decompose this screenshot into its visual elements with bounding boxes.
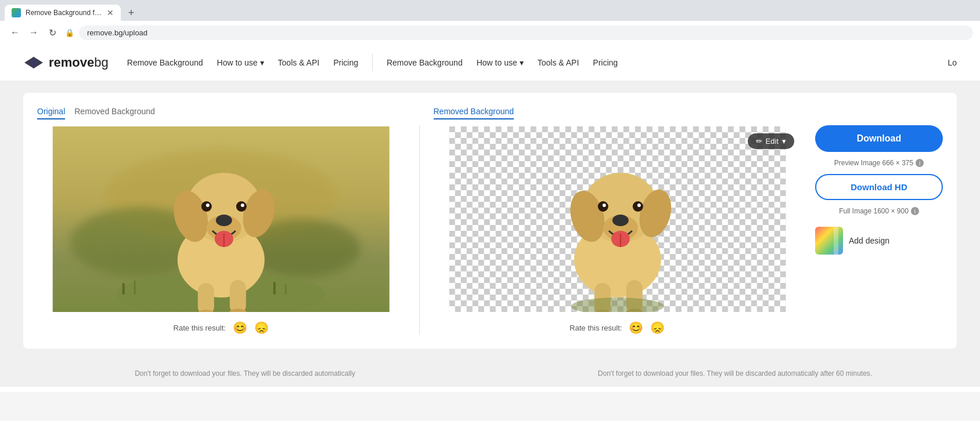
edit-dropdown-chevron: ▾	[782, 137, 786, 146]
download-hd-button[interactable]: Download HD	[815, 174, 943, 200]
right-panel-tabs: Removed Background	[434, 107, 802, 119]
left-panel-tabs: Original Removed Background	[37, 107, 405, 119]
tab-removed-left[interactable]: Removed Background	[74, 107, 155, 119]
footer-note-left: Don't forget to download your files. The…	[0, 360, 490, 387]
add-design-section[interactable]: Add design	[815, 227, 943, 255]
svg-rect-24	[230, 280, 246, 312]
address-bar: ← → ↻ 🔒	[0, 21, 980, 44]
nav-how-to-use-2[interactable]: How to use ▾	[477, 58, 524, 67]
nav-buttons: ← → ↻	[7, 24, 60, 41]
left-panel: Original Removed Background	[37, 107, 405, 335]
content-area: Original Removed Background	[0, 81, 980, 360]
dropdown-chevron: ▾	[260, 58, 264, 67]
nav-pricing[interactable]: Pricing	[333, 58, 358, 67]
original-dog-image	[37, 126, 405, 312]
footer-notes: Don't forget to download your files. The…	[0, 360, 980, 387]
rate-label-left: Rate this result:	[174, 324, 226, 332]
new-tab-button[interactable]: +	[123, 5, 139, 21]
rate-sad-right[interactable]: 😞	[650, 321, 665, 335]
nav-how-to-use[interactable]: How to use ▾	[217, 58, 264, 67]
removed-bg-image-container: ✏ Edit ▾	[434, 126, 802, 314]
svg-point-19	[206, 204, 210, 207]
download-button[interactable]: Download	[815, 125, 943, 152]
tab-removed-bg[interactable]: Removed Background	[434, 107, 514, 119]
rate-section-right: Rate this result: 😊 😞	[434, 321, 802, 335]
preview-info-icon[interactable]: i	[916, 159, 924, 167]
address-input[interactable]	[79, 26, 973, 40]
svg-point-16	[216, 215, 232, 226]
rate-sad-left[interactable]: 😞	[254, 321, 269, 335]
reload-button[interactable]: ↻	[44, 24, 60, 41]
logo[interactable]: removebg	[23, 55, 109, 70]
nav-tools-api[interactable]: Tools & API	[278, 58, 320, 67]
rate-happy-right[interactable]: 😊	[629, 321, 643, 335]
nav-remove-background[interactable]: Remove Background	[127, 58, 203, 67]
tab-original[interactable]: Original	[37, 107, 65, 119]
full-image-info: Full Image 1600 × 900 i	[815, 207, 943, 215]
download-panel: Download Preview Image 666 × 375 i Downl…	[815, 107, 943, 255]
svg-marker-1	[29, 57, 38, 68]
nav-login[interactable]: Lo	[947, 58, 957, 67]
tab-bar: Remove Background from Imag… ✕ +	[0, 0, 980, 21]
panel-divider	[419, 125, 420, 335]
add-design-label: Add design	[849, 236, 889, 245]
svg-point-40	[602, 204, 606, 207]
full-info-icon[interactable]: i	[911, 207, 919, 215]
svg-rect-9	[273, 282, 276, 295]
tab-title: Remove Background from Imag…	[26, 9, 102, 17]
forward-button[interactable]: →	[26, 24, 42, 41]
logo-icon	[23, 56, 44, 70]
rate-label-right: Rate this result:	[570, 324, 622, 332]
tab-favicon	[12, 8, 21, 17]
svg-rect-8	[134, 280, 136, 295]
design-strip	[834, 227, 838, 255]
page: removebg Remove Background How to use ▾ …	[0, 44, 980, 392]
right-panel: Removed Background	[434, 107, 802, 335]
panels-container: Original Removed Background	[37, 107, 943, 335]
main-card: Original Removed Background	[23, 93, 957, 349]
active-tab[interactable]: Remove Background from Imag… ✕	[5, 5, 121, 21]
design-thumbnail	[815, 227, 843, 255]
header: removebg Remove Background How to use ▾ …	[0, 44, 980, 81]
tab-close-button[interactable]: ✕	[107, 8, 114, 17]
rate-section-left: Rate this result: 😊 😞	[37, 321, 405, 335]
original-image-container	[37, 126, 405, 314]
nav-pricing-2[interactable]: Pricing	[593, 58, 618, 67]
svg-point-20	[241, 204, 244, 207]
preview-info: Preview Image 666 × 375 i	[815, 159, 943, 167]
svg-point-41	[637, 204, 640, 207]
svg-rect-7	[123, 283, 125, 295]
svg-rect-10	[285, 284, 287, 295]
back-button[interactable]: ←	[7, 24, 23, 41]
rate-happy-left[interactable]: 😊	[233, 321, 247, 335]
pencil-icon: ✏	[756, 137, 762, 146]
svg-point-37	[612, 215, 628, 226]
edit-button[interactable]: ✏ Edit ▾	[748, 133, 794, 149]
browser-chrome: Remove Background from Imag… ✕ + ← → ↻ 🔒	[0, 0, 980, 44]
main-nav: Remove Background How to use ▾ Tools & A…	[127, 54, 957, 71]
nav-divider	[372, 54, 373, 71]
footer-note-right: Don't forget to download your files. The…	[490, 360, 980, 387]
nav-remove-background-2[interactable]: Remove Background	[387, 58, 463, 67]
logo-text: removebg	[49, 55, 109, 70]
dropdown-chevron-2: ▾	[520, 58, 524, 67]
removed-bg-dog-image	[434, 126, 802, 312]
svg-rect-23	[198, 283, 214, 312]
nav-tools-api-2[interactable]: Tools & API	[538, 58, 579, 67]
lock-icon: 🔒	[65, 28, 74, 37]
